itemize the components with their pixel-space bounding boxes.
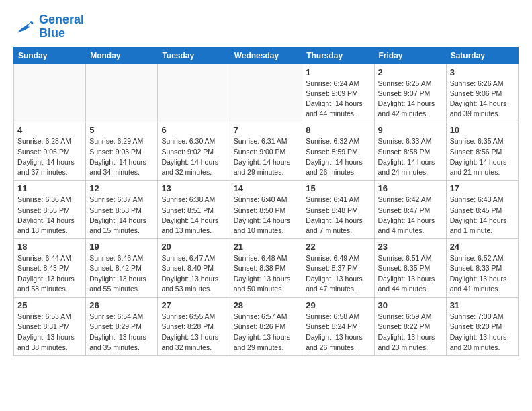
day-cell: 6Sunrise: 6:30 AM Sunset: 9:02 PM Daylig… bbox=[158, 122, 230, 181]
day-number: 30 bbox=[378, 300, 443, 310]
day-number: 17 bbox=[450, 183, 515, 193]
week-row-4: 18Sunrise: 6:44 AM Sunset: 8:43 PM Dayli… bbox=[14, 239, 519, 298]
logo: General Blue bbox=[13, 13, 84, 40]
day-number: 20 bbox=[161, 242, 226, 252]
day-cell: 12Sunrise: 6:37 AM Sunset: 8:53 PM Dayli… bbox=[86, 181, 158, 239]
day-cell: 10Sunrise: 6:35 AM Sunset: 8:56 PM Dayli… bbox=[446, 122, 518, 181]
day-info: Sunrise: 6:35 AM Sunset: 8:56 PM Dayligh… bbox=[450, 136, 515, 177]
day-info: Sunrise: 6:30 AM Sunset: 9:02 PM Dayligh… bbox=[161, 136, 226, 177]
day-cell: 31Sunrise: 7:00 AM Sunset: 8:20 PM Dayli… bbox=[446, 298, 518, 356]
day-cell: 15Sunrise: 6:41 AM Sunset: 8:48 PM Dayli… bbox=[302, 181, 374, 239]
day-cell: 14Sunrise: 6:40 AM Sunset: 8:50 PM Dayli… bbox=[230, 181, 302, 239]
day-cell: 18Sunrise: 6:44 AM Sunset: 8:43 PM Dayli… bbox=[14, 239, 86, 298]
day-number: 11 bbox=[17, 183, 82, 193]
day-cell: 22Sunrise: 6:49 AM Sunset: 8:37 PM Dayli… bbox=[302, 239, 374, 298]
day-info: Sunrise: 6:25 AM Sunset: 9:07 PM Dayligh… bbox=[378, 79, 443, 120]
day-cell: 9Sunrise: 6:33 AM Sunset: 8:58 PM Daylig… bbox=[374, 122, 446, 181]
day-info: Sunrise: 6:31 AM Sunset: 9:00 PM Dayligh… bbox=[234, 136, 299, 177]
day-number: 16 bbox=[378, 183, 443, 193]
col-header-tuesday: Tuesday bbox=[158, 47, 230, 64]
logo-text: General Blue bbox=[39, 13, 84, 40]
day-info: Sunrise: 6:36 AM Sunset: 8:55 PM Dayligh… bbox=[17, 195, 82, 236]
day-number: 1 bbox=[306, 67, 370, 77]
day-cell: 29Sunrise: 6:58 AM Sunset: 8:24 PM Dayli… bbox=[302, 298, 374, 356]
day-number: 21 bbox=[234, 242, 299, 252]
day-number: 8 bbox=[306, 125, 370, 135]
day-number: 15 bbox=[306, 183, 370, 193]
day-cell: 8Sunrise: 6:32 AM Sunset: 8:59 PM Daylig… bbox=[302, 122, 374, 181]
day-info: Sunrise: 6:38 AM Sunset: 8:51 PM Dayligh… bbox=[161, 195, 226, 236]
day-number: 13 bbox=[161, 183, 226, 193]
day-info: Sunrise: 6:58 AM Sunset: 8:24 PM Dayligh… bbox=[306, 312, 370, 353]
day-info: Sunrise: 6:55 AM Sunset: 8:28 PM Dayligh… bbox=[161, 312, 226, 353]
day-cell: 17Sunrise: 6:43 AM Sunset: 8:45 PM Dayli… bbox=[446, 181, 518, 239]
day-cell bbox=[230, 64, 302, 122]
day-number: 3 bbox=[450, 67, 515, 77]
day-number: 4 bbox=[17, 125, 82, 135]
day-number: 28 bbox=[234, 300, 299, 310]
day-number: 29 bbox=[306, 300, 370, 310]
day-cell: 16Sunrise: 6:42 AM Sunset: 8:47 PM Dayli… bbox=[374, 181, 446, 239]
day-cell: 4Sunrise: 6:28 AM Sunset: 9:05 PM Daylig… bbox=[14, 122, 86, 181]
day-number: 10 bbox=[450, 125, 515, 135]
day-info: Sunrise: 6:52 AM Sunset: 8:33 PM Dayligh… bbox=[450, 253, 515, 294]
calendar-table: SundayMondayTuesdayWednesdayThursdayFrid… bbox=[13, 47, 519, 356]
day-number: 24 bbox=[450, 242, 515, 252]
day-number: 6 bbox=[161, 125, 226, 135]
day-number: 25 bbox=[17, 300, 82, 310]
day-number: 23 bbox=[378, 242, 443, 252]
day-info: Sunrise: 7:00 AM Sunset: 8:20 PM Dayligh… bbox=[450, 312, 515, 353]
day-info: Sunrise: 6:41 AM Sunset: 8:48 PM Dayligh… bbox=[306, 195, 370, 236]
day-info: Sunrise: 6:59 AM Sunset: 8:22 PM Dayligh… bbox=[378, 312, 443, 353]
day-info: Sunrise: 6:43 AM Sunset: 8:45 PM Dayligh… bbox=[450, 195, 515, 236]
day-cell: 28Sunrise: 6:57 AM Sunset: 8:26 PM Dayli… bbox=[230, 298, 302, 356]
day-number: 19 bbox=[89, 242, 154, 252]
day-cell: 7Sunrise: 6:31 AM Sunset: 9:00 PM Daylig… bbox=[230, 122, 302, 181]
day-cell: 1Sunrise: 6:24 AM Sunset: 9:09 PM Daylig… bbox=[302, 64, 374, 122]
day-info: Sunrise: 6:37 AM Sunset: 8:53 PM Dayligh… bbox=[89, 195, 154, 236]
day-info: Sunrise: 6:40 AM Sunset: 8:50 PM Dayligh… bbox=[234, 195, 299, 236]
day-cell: 20Sunrise: 6:47 AM Sunset: 8:40 PM Dayli… bbox=[158, 239, 230, 298]
col-header-monday: Monday bbox=[86, 47, 158, 64]
day-cell: 26Sunrise: 6:54 AM Sunset: 8:29 PM Dayli… bbox=[86, 298, 158, 356]
day-info: Sunrise: 6:44 AM Sunset: 8:43 PM Dayligh… bbox=[17, 253, 82, 294]
day-number: 22 bbox=[306, 242, 370, 252]
day-cell: 3Sunrise: 6:26 AM Sunset: 9:06 PM Daylig… bbox=[446, 64, 518, 122]
day-number: 27 bbox=[161, 300, 226, 310]
day-number: 5 bbox=[89, 125, 154, 135]
day-cell: 23Sunrise: 6:51 AM Sunset: 8:35 PM Dayli… bbox=[374, 239, 446, 298]
day-number: 26 bbox=[89, 300, 154, 310]
col-header-saturday: Saturday bbox=[446, 47, 518, 64]
day-info: Sunrise: 6:28 AM Sunset: 9:05 PM Dayligh… bbox=[17, 136, 82, 177]
day-number: 2 bbox=[378, 67, 443, 77]
calendar-header-row: SundayMondayTuesdayWednesdayThursdayFrid… bbox=[14, 47, 519, 64]
day-cell: 27Sunrise: 6:55 AM Sunset: 8:28 PM Dayli… bbox=[158, 298, 230, 356]
day-info: Sunrise: 6:57 AM Sunset: 8:26 PM Dayligh… bbox=[234, 312, 299, 353]
day-number: 12 bbox=[89, 183, 154, 193]
day-number: 18 bbox=[17, 242, 82, 252]
day-info: Sunrise: 6:48 AM Sunset: 8:38 PM Dayligh… bbox=[234, 253, 299, 294]
day-number: 7 bbox=[234, 125, 299, 135]
day-number: 14 bbox=[234, 183, 299, 193]
day-info: Sunrise: 6:51 AM Sunset: 8:35 PM Dayligh… bbox=[378, 253, 443, 294]
day-info: Sunrise: 6:46 AM Sunset: 8:42 PM Dayligh… bbox=[89, 253, 154, 294]
day-cell: 30Sunrise: 6:59 AM Sunset: 8:22 PM Dayli… bbox=[374, 298, 446, 356]
day-cell: 11Sunrise: 6:36 AM Sunset: 8:55 PM Dayli… bbox=[14, 181, 86, 239]
day-info: Sunrise: 6:24 AM Sunset: 9:09 PM Dayligh… bbox=[306, 79, 370, 120]
day-number: 9 bbox=[378, 125, 443, 135]
day-info: Sunrise: 6:32 AM Sunset: 8:59 PM Dayligh… bbox=[306, 136, 370, 177]
day-info: Sunrise: 6:26 AM Sunset: 9:06 PM Dayligh… bbox=[450, 79, 515, 120]
day-info: Sunrise: 6:42 AM Sunset: 8:47 PM Dayligh… bbox=[378, 195, 443, 236]
week-row-2: 4Sunrise: 6:28 AM Sunset: 9:05 PM Daylig… bbox=[14, 122, 519, 181]
week-row-5: 25Sunrise: 6:53 AM Sunset: 8:31 PM Dayli… bbox=[14, 298, 519, 356]
col-header-sunday: Sunday bbox=[14, 47, 86, 64]
day-cell bbox=[158, 64, 230, 122]
col-header-friday: Friday bbox=[374, 47, 446, 64]
day-number: 31 bbox=[450, 300, 515, 310]
day-cell: 2Sunrise: 6:25 AM Sunset: 9:07 PM Daylig… bbox=[374, 64, 446, 122]
day-cell: 25Sunrise: 6:53 AM Sunset: 8:31 PM Dayli… bbox=[14, 298, 86, 356]
col-header-thursday: Thursday bbox=[302, 47, 374, 64]
day-cell: 5Sunrise: 6:29 AM Sunset: 9:03 PM Daylig… bbox=[86, 122, 158, 181]
page-header: General Blue bbox=[13, 13, 519, 40]
week-row-3: 11Sunrise: 6:36 AM Sunset: 8:55 PM Dayli… bbox=[14, 181, 519, 239]
